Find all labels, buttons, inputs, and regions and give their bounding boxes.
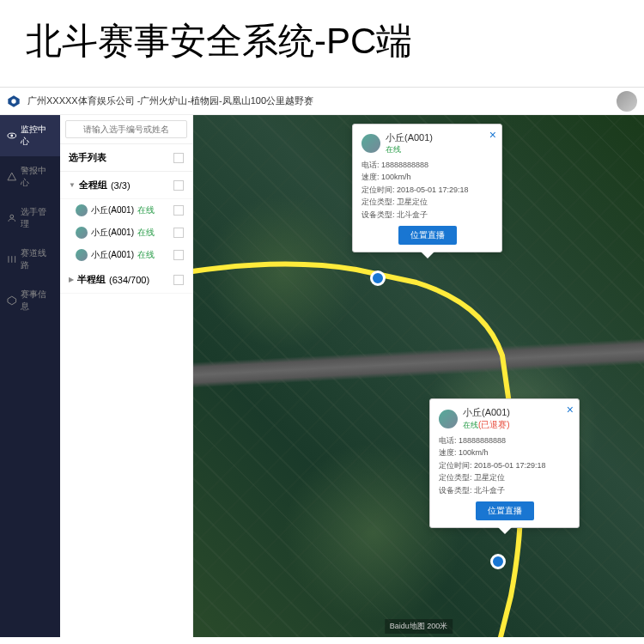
player-name: 小丘(A001): [91, 249, 134, 261]
player-row[interactable]: 小丘(A001) 在线: [60, 222, 192, 244]
player-status: 在线: [137, 227, 155, 239]
svg-point-4: [10, 215, 14, 218]
panel-header-text: 选手列表: [69, 151, 106, 164]
info-icon: [7, 295, 17, 306]
chevron-down-icon: ▼: [69, 181, 76, 189]
route-icon: [7, 254, 17, 264]
popup-avatar-icon: [361, 134, 380, 153]
popup-speed: 速度: 100km/h: [361, 171, 493, 183]
player-checkbox[interactable]: [173, 228, 184, 238]
eye-icon: [7, 131, 17, 141]
popup-time: 定位时间: 2018-05-01 17:29:18: [439, 459, 570, 471]
sidebar-label: 赛事信息: [21, 289, 53, 313]
sidebar-item-route[interactable]: 赛道线路: [0, 239, 60, 280]
popup-dev-type: 设备类型: 北斗盒子: [361, 209, 493, 221]
alert-icon: [7, 172, 17, 182]
close-icon[interactable]: ×: [567, 403, 574, 416]
app-container: 广州XXXXX体育娱乐公司 -广州火炉山-植物园-凤凰山100公里越野赛 监控中…: [0, 87, 644, 636]
group-label: 半程组: [77, 273, 106, 286]
player-checkbox[interactable]: [173, 205, 184, 216]
player-name: 小丘(A001): [91, 227, 134, 239]
popup-status: 在线: [386, 144, 433, 155]
player-row[interactable]: 小丘(A001) 在线: [60, 199, 192, 222]
sidebar-item-info[interactable]: 赛事信息: [0, 280, 60, 321]
sidebar-label: 警报中心: [21, 165, 53, 189]
search-box: [60, 115, 192, 144]
select-all-checkbox[interactable]: [173, 153, 184, 163]
user-avatar[interactable]: [617, 91, 637, 112]
player-popup: × 小丘(A001) 在线(已退赛) 电话: 18888888888 速度: 1…: [429, 398, 580, 528]
group-count: (634/700): [109, 275, 149, 285]
popup-loc-type: 定位类型: 卫星定位: [361, 196, 493, 208]
map-area[interactable]: × 小丘(A001) 在线 电话: 18888888888 速度: 100km/…: [193, 115, 644, 637]
sidebar-item-monitor[interactable]: 监控中心: [0, 115, 60, 156]
main-area: 监控中心 警报中心 选手管理 赛道线路 赛事信息: [0, 115, 644, 637]
player-checkbox[interactable]: [173, 250, 184, 260]
sidebar-label: 选手管理: [21, 206, 53, 230]
player-name: 小丘(A001): [91, 204, 134, 216]
live-location-button[interactable]: 位置直播: [398, 226, 457, 245]
sidebar-item-players[interactable]: 选手管理: [0, 197, 60, 239]
users-icon: [7, 213, 17, 223]
popup-name: 小丘(A001): [386, 131, 433, 144]
player-avatar-icon: [76, 227, 88, 239]
player-row[interactable]: 小丘(A001) 在线: [60, 244, 192, 266]
group-label: 全程组: [79, 179, 107, 191]
player-avatar-icon: [76, 204, 88, 216]
popup-speed: 速度: 100km/h: [439, 447, 570, 459]
popup-time: 定位时间: 2018-05-01 17:29:18: [361, 184, 493, 196]
logo-icon: [7, 94, 21, 108]
popup-retired: (已退赛): [478, 420, 510, 429]
page-title: 北斗赛事安全系统-PC端: [0, 0, 644, 87]
group-full[interactable]: ▼ 全程组 (3/3): [60, 172, 192, 199]
popup-loc-type: 定位类型: 卫星定位: [439, 471, 570, 483]
popup-status: 在线: [463, 421, 478, 429]
top-bar: 广州XXXXX体育娱乐公司 -广州火炉山-植物园-凤凰山100公里越野赛: [0, 88, 644, 115]
svg-point-1: [11, 99, 15, 103]
sidebar: 监控中心 警报中心 选手管理 赛道线路 赛事信息: [0, 115, 60, 637]
player-marker[interactable]: [490, 554, 506, 569]
group-count: (3/3): [111, 180, 131, 191]
player-status: 在线: [137, 249, 155, 261]
breadcrumb: 广州XXXXX体育娱乐公司 -广州火炉山-植物园-凤凰山100公里越野赛: [27, 94, 617, 107]
live-location-button[interactable]: 位置直播: [476, 501, 534, 520]
search-input[interactable]: [65, 120, 187, 138]
popup-phone: 电话: 18888888888: [439, 434, 570, 447]
sidebar-item-alert[interactable]: 警报中心: [0, 156, 60, 197]
player-popup: × 小丘(A001) 在线 电话: 18888888888 速度: 100km/…: [352, 124, 502, 252]
sidebar-label: 赛道线路: [21, 247, 53, 271]
chevron-right-icon: ▶: [69, 276, 74, 283]
player-marker[interactable]: [370, 270, 386, 286]
panel-header: 选手列表: [60, 144, 192, 172]
group-checkbox[interactable]: [173, 180, 184, 191]
group-half[interactable]: ▶ 半程组 (634/700): [60, 266, 192, 294]
popup-name: 小丘(A001): [463, 406, 510, 419]
sidebar-label: 监控中心: [21, 124, 53, 148]
close-icon[interactable]: ×: [489, 128, 496, 142]
popup-avatar-icon: [439, 410, 458, 428]
player-status: 在线: [137, 204, 155, 216]
map-attribution: Baidu地图 200米: [385, 619, 453, 634]
player-avatar-icon: [76, 249, 88, 261]
svg-point-3: [10, 135, 13, 137]
popup-phone: 电话: 18888888888: [361, 159, 493, 171]
group-checkbox[interactable]: [173, 275, 184, 285]
svg-marker-5: [8, 296, 16, 305]
player-panel: 选手列表 ▼ 全程组 (3/3) 小丘(A001) 在线 小丘(A001) 在线: [60, 115, 193, 637]
popup-dev-type: 设备类型: 北斗盒子: [439, 484, 570, 496]
